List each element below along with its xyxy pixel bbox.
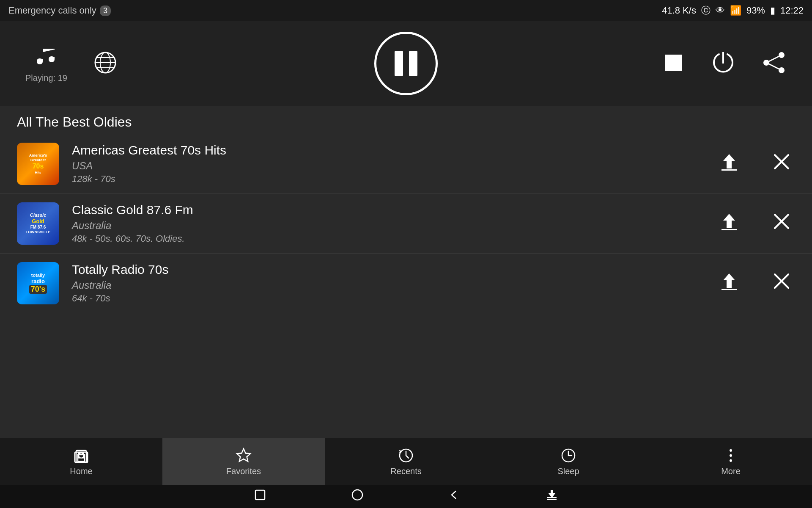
emergency-text: Emergency calls only [8,5,96,16]
station-details-3: 64k - 70s [72,293,703,304]
clock-time: 12:22 [780,5,804,16]
svg-point-34 [730,459,732,462]
status-bar-left: Emergency calls only 3 [8,5,111,16]
station-country-2: Australia [72,220,703,232]
sleep-icon [560,447,577,464]
nav-label-sleep: Sleep [557,467,579,476]
system-nav [0,485,812,508]
station-name-2: Classic Gold 87.6 Fm [72,203,703,217]
svg-point-36 [352,490,362,500]
station-info-3: Totally Radio 70s Australia 64k - 70s [72,262,703,304]
remove-button-3[interactable] [768,268,795,299]
svg-rect-38 [547,499,557,500]
more-icon [729,447,733,464]
svg-line-11 [769,64,779,69]
nav-item-home[interactable]: Home [0,438,162,485]
station-item: Classic Gold FM 87.6 TOWNSVILLE Classic … [0,194,812,254]
station-name-1: Americas Greatest 70s Hits [72,143,703,157]
globe-icon [93,50,118,75]
recents-icon [398,447,414,464]
svg-point-26 [79,453,84,458]
svg-rect-13 [721,169,737,171]
svg-rect-21 [721,289,737,290]
station-list: America's Greatest 70s Hits Americas Gre… [0,134,812,313]
controls-bar: Playing: 19 [0,21,812,106]
station-country-3: Australia [72,279,703,291]
pause-bars [395,51,417,76]
page-title: All The Best Oldies [17,114,132,130]
remove-button-2[interactable] [768,208,795,239]
nav-square-button[interactable] [254,489,266,504]
status-bar: Emergency calls only 3 41.8 K/s ⓒ 👁 📶 93… [0,0,812,21]
station-logo-1: America's Greatest 70s Hits [17,143,59,185]
svg-rect-5 [665,55,682,71]
battery-level: 93% [746,5,765,16]
visibility-icon: 👁 [716,5,725,16]
svg-marker-29 [237,449,250,461]
nav-item-more[interactable]: More [650,438,812,485]
nav-label-favorites: Favorites [226,467,261,476]
svg-point-7 [779,52,785,58]
station-item: America's Greatest 70s Hits Americas Gre… [0,134,812,194]
nav-back-button[interactable] [448,489,461,504]
home-icon [73,447,90,464]
svg-rect-35 [255,490,265,500]
svg-marker-37 [548,490,556,498]
pause-bar-left [395,51,403,76]
star-icon [235,447,252,464]
station-details-1: 128k - 70s [72,174,703,185]
bottom-nav: Home Favorites Recents Sleep More [0,438,812,485]
upload-button-1[interactable] [716,148,743,179]
station-info-2: Classic Gold 87.6 Fm Australia 48k - 50s… [72,203,703,244]
emergency-badge: 3 [100,6,111,16]
station-country-1: USA [72,160,703,172]
station-logo-2: Classic Gold FM 87.6 TOWNSVILLE [17,202,59,245]
battery-icon: ▮ [770,5,775,16]
nav-home-button[interactable] [351,489,364,504]
page-title-bar: All The Best Oldies [0,106,812,134]
svg-marker-12 [723,154,735,168]
nav-item-sleep[interactable]: Sleep [487,438,650,485]
music-icon-wrap: Playing: 19 [25,44,67,83]
wifi-icon: 📶 [730,5,741,16]
nav-item-recents[interactable]: Recents [325,438,487,485]
station-item: totally radio 70's Totally Radio 70s Aus… [0,254,812,313]
network-speed: 41.8 K/s [662,5,696,16]
svg-rect-24 [75,452,88,462]
globe-icon-wrap [93,50,118,77]
station-name-3: Totally Radio 70s [72,262,703,277]
station-details-2: 48k - 50s. 60s. 70s. Oldies. [72,233,703,244]
svg-line-10 [769,56,779,61]
station-info-1: Americas Greatest 70s Hits USA 128k - 70… [72,143,703,185]
svg-point-9 [779,67,785,73]
nav-label-home: Home [70,467,92,476]
station-logo-3: totally radio 70's [17,262,59,304]
playing-label: Playing: 19 [25,73,67,83]
left-controls: Playing: 19 [25,44,118,83]
svg-rect-39 [547,497,557,498]
station-actions-2 [716,208,795,239]
upload-button-3[interactable] [716,268,743,299]
nav-label-recents: Recents [390,467,421,476]
right-controls [662,50,787,77]
pause-button[interactable] [374,32,438,95]
svg-marker-20 [723,273,735,288]
station-actions-1 [716,148,795,179]
stop-button[interactable] [662,51,685,76]
music-icon [33,44,59,70]
pause-bar-right [409,51,417,76]
status-bar-right: 41.8 K/s ⓒ 👁 📶 93% ▮ 12:22 [662,4,804,17]
svg-point-8 [763,60,769,66]
station-actions-3 [716,268,795,299]
nav-download-button[interactable] [546,489,558,504]
svg-point-32 [730,449,732,452]
share-button[interactable] [761,50,787,77]
bluetooth-icon: ⓒ [701,4,710,17]
nav-item-favorites[interactable]: Favorites [162,438,325,485]
nav-label-more: More [721,467,741,476]
power-button[interactable] [710,50,736,77]
upload-button-2[interactable] [716,208,743,239]
svg-point-33 [730,454,732,457]
svg-marker-16 [723,214,735,228]
remove-button-1[interactable] [768,148,795,179]
